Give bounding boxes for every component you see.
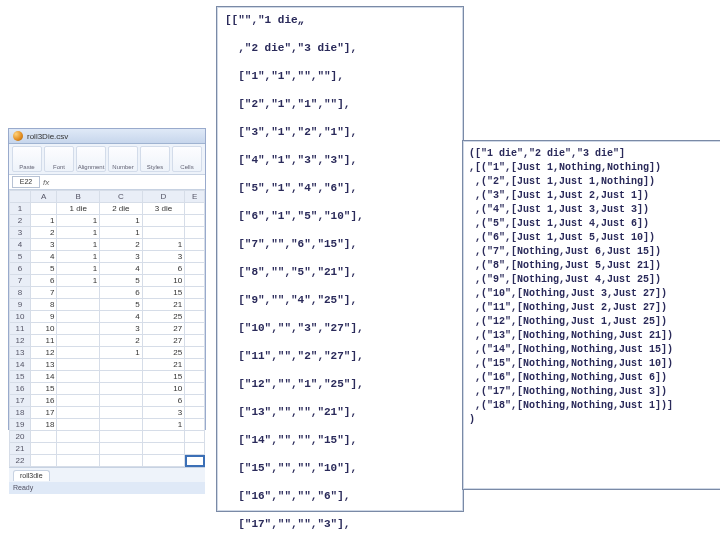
data-cell <box>100 395 143 407</box>
data-cell <box>57 347 100 359</box>
header-cell: 3 die <box>142 203 185 215</box>
ribbon-group: Styles <box>140 146 170 172</box>
data-cell <box>185 263 205 275</box>
status-bar: Ready <box>9 482 205 494</box>
data-cell <box>185 311 205 323</box>
data-cell <box>185 239 205 251</box>
data-cell <box>142 455 185 467</box>
data-cell: 10 <box>142 383 185 395</box>
row-header: 5 <box>10 251 31 263</box>
header-cell <box>31 203 57 215</box>
ribbon-group: Font <box>44 146 74 172</box>
data-cell: 21 <box>142 359 185 371</box>
data-cell: 1 <box>142 419 185 431</box>
formula-bar: E22 fx <box>9 175 205 190</box>
row-header: 18 <box>10 407 31 419</box>
data-cell <box>185 395 205 407</box>
row-header: 3 <box>10 227 31 239</box>
data-cell: 1 <box>100 347 143 359</box>
row-header: 9 <box>10 299 31 311</box>
data-cell <box>142 443 185 455</box>
fx-label: fx <box>43 178 49 187</box>
data-cell <box>100 407 143 419</box>
data-cell: 10 <box>31 323 57 335</box>
data-cell <box>57 395 100 407</box>
data-cell <box>57 371 100 383</box>
corner-cell <box>10 191 31 203</box>
row-header: 8 <box>10 287 31 299</box>
column-header: B <box>57 191 100 203</box>
data-cell: 11 <box>31 335 57 347</box>
data-cell: 1 <box>31 215 57 227</box>
data-cell: 16 <box>31 395 57 407</box>
ribbon-group: Cells <box>172 146 202 172</box>
data-cell <box>185 347 205 359</box>
data-cell <box>185 371 205 383</box>
row-header: 6 <box>10 263 31 275</box>
ribbon-group: Alignment <box>76 146 106 172</box>
data-cell: 2 <box>31 227 57 239</box>
header-cell <box>185 203 205 215</box>
excel-ribbon: Paste Font Alignment Number Styles Cells <box>9 144 205 175</box>
row-header: 17 <box>10 395 31 407</box>
data-cell <box>57 383 100 395</box>
data-cell <box>57 299 100 311</box>
header-cell: 1 die <box>57 203 100 215</box>
data-cell: 17 <box>31 407 57 419</box>
data-cell: 18 <box>31 419 57 431</box>
data-cell <box>185 383 205 395</box>
data-cell <box>31 443 57 455</box>
data-cell <box>57 335 100 347</box>
data-cell <box>100 359 143 371</box>
data-cell <box>100 443 143 455</box>
row-header: 22 <box>10 455 31 467</box>
data-cell: 5 <box>100 299 143 311</box>
data-cell <box>57 431 100 443</box>
data-cell: 4 <box>31 251 57 263</box>
data-cell: 25 <box>142 311 185 323</box>
excel-window: roll3Die.csv Paste Font Alignment Number… <box>8 128 206 430</box>
data-cell <box>100 419 143 431</box>
data-cell: 15 <box>31 383 57 395</box>
row-header: 7 <box>10 275 31 287</box>
data-cell <box>100 431 143 443</box>
cell-reference: E22 <box>12 176 40 188</box>
data-cell <box>57 287 100 299</box>
data-cell: 8 <box>31 299 57 311</box>
column-header: E <box>185 191 205 203</box>
data-cell: 14 <box>31 371 57 383</box>
data-cell: 1 <box>57 227 100 239</box>
data-cell: 1 <box>142 239 185 251</box>
data-cell: 15 <box>142 371 185 383</box>
data-cell <box>142 431 185 443</box>
data-cell: 6 <box>100 287 143 299</box>
data-cell: 1 <box>100 227 143 239</box>
data-cell: 5 <box>100 275 143 287</box>
data-cell: 2 <box>100 239 143 251</box>
data-cell: 1 <box>57 251 100 263</box>
row-header: 21 <box>10 443 31 455</box>
data-cell: 12 <box>31 347 57 359</box>
data-cell <box>100 371 143 383</box>
data-cell <box>185 275 205 287</box>
data-cell <box>185 443 205 455</box>
row-header: 12 <box>10 335 31 347</box>
ribbon-group: Paste <box>12 146 42 172</box>
row-header: 11 <box>10 323 31 335</box>
data-cell <box>185 227 205 239</box>
row-header: 14 <box>10 359 31 371</box>
row-header: 2 <box>10 215 31 227</box>
data-cell: 15 <box>142 287 185 299</box>
data-cell: 27 <box>142 323 185 335</box>
data-cell <box>57 359 100 371</box>
data-cell: 4 <box>100 263 143 275</box>
data-cell <box>185 407 205 419</box>
office-orb-icon <box>13 131 23 141</box>
data-cell <box>185 323 205 335</box>
data-cell <box>57 407 100 419</box>
data-cell: 3 <box>100 251 143 263</box>
data-cell <box>57 311 100 323</box>
data-cell: 13 <box>31 359 57 371</box>
row-header: 13 <box>10 347 31 359</box>
csv-list-panel: [["","1 die„ ,"2 die","3 die"], ["1","1"… <box>216 6 464 512</box>
